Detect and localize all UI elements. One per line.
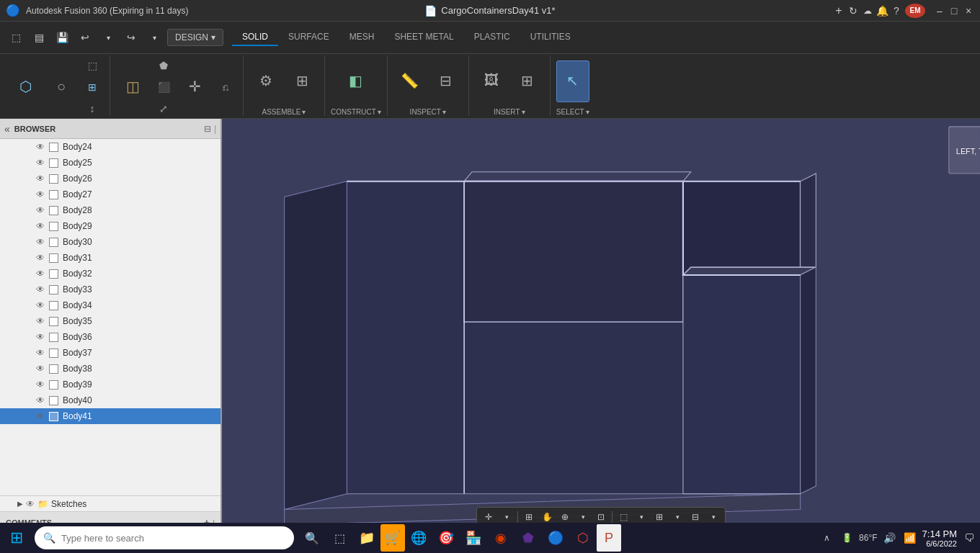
eye-toggle[interactable]: 👁 (36, 300, 45, 310)
tray-battery[interactable]: 🔋 (839, 530, 855, 546)
eye-toggle[interactable]: 👁 (36, 395, 45, 405)
browser-item[interactable]: 👁Body37 (0, 345, 220, 361)
body-checkbox[interactable] (49, 396, 58, 405)
tab-plastic[interactable]: PLASTIC (464, 29, 520, 46)
browser-item[interactable]: 👁Body35 (0, 313, 220, 329)
eye-toggle[interactable]: 👁 (36, 284, 45, 295)
body-checkbox[interactable] (49, 206, 58, 215)
eye-toggle[interactable]: 👁 (36, 411, 45, 421)
assemble-joint[interactable]: ⊞ (285, 60, 318, 102)
tab-mesh[interactable]: MESH (339, 29, 385, 46)
tab-solid[interactable]: SOLID (232, 29, 278, 46)
browser-item[interactable]: 👁Body38 (0, 361, 220, 377)
browser-sketches[interactable]: ▶ 👁 📁 Sketches (0, 495, 220, 511)
help-button[interactable]: ? (891, 5, 902, 17)
browser-pin-btn[interactable]: ⊟ (204, 124, 211, 134)
browser-item[interactable]: 👁Body30 (0, 234, 220, 250)
quick-access-menu[interactable]: ▤ (29, 27, 49, 48)
taskbar-icon-office[interactable]: ◉ (487, 524, 514, 552)
taskbar-icon-app3[interactable]: ⬡ (569, 524, 597, 552)
browser-content[interactable]: 👁Body24👁Body25👁Body26👁Body27👁Body28👁Body… (0, 139, 220, 495)
create-small-2[interactable]: ⊞ (81, 77, 104, 97)
tray-wifi[interactable]: 📶 (902, 530, 918, 546)
taskbar-icon-chrome[interactable]: 🔵 (542, 524, 569, 552)
eye-toggle[interactable]: 👁 (36, 142, 45, 152)
eye-toggle[interactable]: 👁 (36, 253, 45, 263)
assemble-label[interactable]: ASSEMBLE ▾ (262, 108, 306, 116)
body-checkbox[interactable] (49, 301, 58, 310)
cloud-save-button[interactable]: ☁ (862, 5, 873, 17)
quick-access-redo[interactable]: ↪ (121, 27, 141, 48)
inspect-measure[interactable]: 📏 (393, 60, 427, 102)
insert-label[interactable]: INSERT ▾ (494, 108, 525, 116)
browser-item[interactable]: 👁Body33 (0, 282, 220, 297)
insert-decal[interactable]: ⊞ (511, 60, 544, 102)
modify-small-4[interactable]: ⎌ (214, 77, 237, 97)
modify-small-2[interactable]: ⬛ (152, 77, 175, 97)
tray-notification[interactable]: 🗨 (961, 530, 977, 546)
taskbar-icon-edge[interactable]: 🌐 (405, 524, 432, 552)
quick-access-redo-arrow[interactable]: ▾ (144, 27, 164, 48)
browser-item[interactable]: 👁Body34 (0, 297, 220, 313)
browser-item[interactable]: 👁Body25 (0, 155, 220, 171)
tray-chevron[interactable]: ∧ (819, 530, 834, 546)
select-label[interactable]: SELECT ▾ (556, 108, 589, 116)
eye-toggle[interactable]: 👁 (36, 158, 45, 168)
create-small-1[interactable]: ⬚ (81, 55, 104, 76)
taskbar-icon-explorer[interactable]: 📁 (353, 524, 380, 552)
modify-small-3[interactable]: ⤢ (152, 99, 175, 117)
eye-toggle[interactable]: 👁 (36, 316, 45, 326)
viewport[interactable]: LEFT, TK ← ✛ ▾ ⊞ ✋ ⊕ ▾ ⊡ ⬚ ▾ (222, 119, 980, 533)
eye-toggle[interactable]: 👁 (36, 237, 45, 247)
sketches-eye[interactable]: 👁 (26, 499, 35, 509)
body-checkbox[interactable] (49, 412, 58, 421)
taskbar-icon-powerpoint[interactable]: P (597, 524, 621, 552)
modify-fillet[interactable]: ◫ (116, 66, 149, 108)
quick-access-undo[interactable]: ↩ (75, 27, 95, 48)
modify-small-1[interactable]: ⬟ (152, 55, 175, 76)
quick-access-undo-arrow[interactable]: ▾ (98, 27, 118, 48)
eye-toggle[interactable]: 👁 (36, 348, 45, 358)
body-checkbox[interactable] (49, 222, 58, 231)
close-button[interactable]: × (963, 5, 974, 17)
create-small-3[interactable]: ↕ (81, 99, 104, 117)
browser-item[interactable]: 👁Body40 (0, 392, 220, 408)
body-checkbox[interactable] (49, 143, 58, 152)
browser-item[interactable]: 👁Body27 (0, 186, 220, 202)
body-checkbox[interactable] (49, 364, 58, 374)
body-checkbox[interactable] (49, 380, 58, 390)
refresh-button[interactable]: ↻ (847, 5, 859, 17)
create-revolve[interactable]: ○ (45, 66, 78, 108)
browser-item[interactable]: 👁Body32 (0, 266, 220, 282)
assemble-ruler[interactable]: ⚙ (249, 60, 282, 102)
search-bar[interactable]: 🔍 (35, 526, 294, 549)
maximize-button[interactable]: □ (948, 5, 960, 17)
body-checkbox[interactable] (49, 285, 58, 295)
browser-item[interactable]: 👁Body39 (0, 377, 220, 392)
browser-collapse-btn[interactable]: « (4, 123, 10, 135)
insert-image[interactable]: 🖼 (475, 60, 508, 102)
body-checkbox[interactable] (49, 158, 58, 168)
eye-toggle[interactable]: 👁 (36, 205, 45, 215)
inspect-section[interactable]: ⊟ (429, 60, 463, 102)
quick-access-save[interactable]: 💾 (52, 27, 72, 48)
body-checkbox[interactable] (49, 174, 58, 184)
tab-utilities[interactable]: UTILITIES (520, 29, 581, 46)
taskbar-icon-app1[interactable]: 🎯 (432, 524, 460, 552)
eye-toggle[interactable]: 👁 (36, 332, 45, 342)
tray-speaker[interactable]: 🔊 (882, 530, 898, 546)
add-button[interactable]: + (833, 5, 845, 17)
sketches-folder[interactable]: 📁 (37, 499, 48, 509)
eye-toggle[interactable]: 👁 (36, 364, 45, 374)
sketches-arrow[interactable]: ▶ (17, 500, 23, 508)
body-checkbox[interactable] (49, 333, 58, 342)
quick-access-new[interactable]: ⬚ (6, 27, 26, 48)
body-checkbox[interactable] (49, 349, 58, 358)
taskbar-icon-app2[interactable]: ⬟ (514, 524, 542, 552)
minimize-button[interactable]: – (934, 5, 945, 17)
taskbar-icon-amazon[interactable]: 🛒 (380, 524, 405, 552)
start-button[interactable]: ⊞ (3, 524, 30, 552)
tab-sheet-metal[interactable]: SHEET METAL (384, 29, 463, 46)
tab-surface[interactable]: SURFACE (278, 29, 339, 46)
construct-label[interactable]: CONSTRUCT ▾ (331, 108, 381, 116)
